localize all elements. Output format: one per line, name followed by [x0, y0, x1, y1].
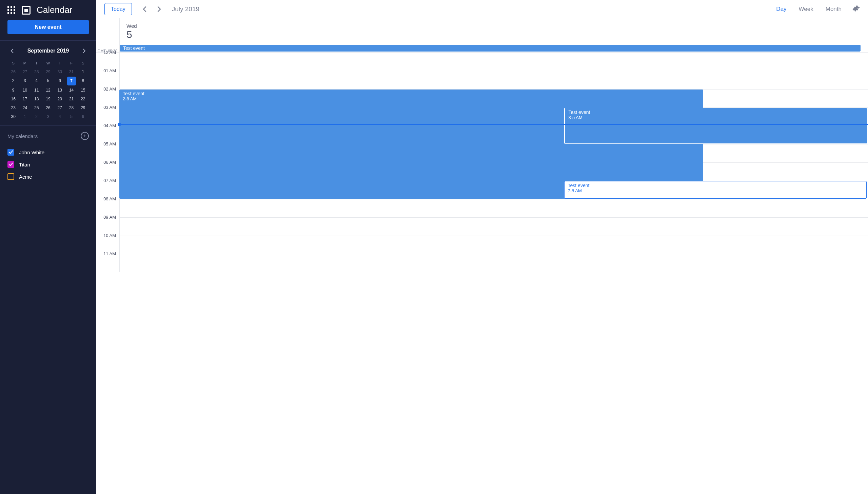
hour-label: 07 AM [96, 178, 119, 196]
mini-day[interactable]: 28 [31, 68, 42, 76]
mini-day[interactable]: 21 [65, 95, 77, 103]
mini-day[interactable]: 11 [31, 86, 42, 94]
mini-day[interactable]: 23 [7, 104, 19, 112]
view-tab-week[interactable]: Week [797, 2, 815, 17]
hour-label: 04 AM [96, 123, 119, 141]
hour-label: 01 AM [96, 68, 119, 87]
mini-day[interactable]: 25 [31, 104, 42, 112]
event[interactable]: Test event3-5 AM [564, 108, 867, 144]
day-view[interactable]: GMT+05:30 Wed 5 Test event 12 AM01 AM02 … [96, 18, 868, 494]
events-layer: Test event2-8 AMTest event3-5 AMTest eve… [119, 53, 868, 272]
mini-day[interactable]: 17 [19, 95, 31, 103]
mini-day[interactable]: 24 [19, 104, 31, 112]
mini-day[interactable]: 6 [54, 77, 65, 86]
mini-day[interactable]: 18 [31, 95, 42, 103]
mini-day[interactable]: 4 [54, 113, 65, 121]
mini-day[interactable]: 31 [65, 68, 77, 76]
mini-prev-month[interactable] [7, 46, 17, 56]
main: Today July 2019 DayWeekMonth GMT+05:30 W… [96, 0, 868, 494]
new-event-button[interactable]: New event [7, 20, 89, 34]
mini-next-month[interactable] [79, 46, 89, 56]
add-calendar-button[interactable]: + [81, 132, 89, 140]
calendar-checkbox[interactable] [7, 149, 14, 156]
view-tab-month[interactable]: Month [824, 2, 843, 17]
view-tab-day[interactable]: Day [775, 2, 788, 17]
mini-dow: F [65, 59, 77, 67]
mini-day[interactable]: 16 [7, 95, 19, 103]
calendar-label: John White [19, 150, 44, 155]
day-header: GMT+05:30 Wed 5 [96, 18, 868, 44]
mini-day[interactable]: 3 [19, 77, 31, 86]
mini-day[interactable]: 7 [67, 77, 76, 86]
mini-day[interactable]: 19 [42, 95, 54, 103]
mini-day[interactable]: 14 [65, 86, 77, 94]
hour-label: 03 AM [96, 105, 119, 123]
mini-day[interactable]: 30 [54, 68, 65, 76]
next-period-button[interactable] [155, 5, 164, 14]
my-calendars-section: My calendars + John WhiteTitanAcme [0, 126, 96, 189]
calendar-label: Acme [19, 174, 32, 180]
timezone-label: GMT+05:30 [96, 49, 119, 53]
calendar-item[interactable]: Acme [7, 171, 89, 183]
app-title: Calendar [37, 5, 73, 15]
mini-day[interactable]: 26 [42, 104, 54, 112]
mini-day[interactable]: 4 [31, 77, 42, 86]
mini-day[interactable]: 15 [77, 86, 89, 94]
time-grid[interactable]: 12 AM01 AM02 AM03 AM04 AM05 AM06 AM07 AM… [96, 53, 868, 272]
mini-dow: T [31, 59, 42, 67]
mini-dow: S [77, 59, 89, 67]
mini-day[interactable]: 5 [65, 113, 77, 121]
apps-icon[interactable] [7, 6, 16, 14]
allday-event[interactable]: Test event [120, 45, 861, 52]
event[interactable]: Test event7-8 AM [564, 181, 867, 199]
mini-day[interactable]: 29 [42, 68, 54, 76]
mini-day[interactable]: 22 [77, 95, 89, 103]
mini-dow: T [54, 59, 65, 67]
mini-day[interactable]: 26 [7, 68, 19, 76]
mini-day[interactable]: 28 [65, 104, 77, 112]
mini-day[interactable]: 29 [77, 104, 89, 112]
mini-day[interactable]: 8 [77, 77, 89, 86]
mini-dow: M [19, 59, 31, 67]
sidebar: Calendar New event September 2019 SMTWTF… [0, 0, 96, 494]
mini-cal-title: September 2019 [27, 48, 69, 54]
mini-day[interactable]: 6 [77, 113, 89, 121]
calendar-item[interactable]: Titan [7, 158, 89, 171]
calendar-checkbox[interactable] [7, 173, 14, 180]
mini-day[interactable]: 9 [7, 86, 19, 94]
mini-day[interactable]: 27 [19, 68, 31, 76]
my-calendars-title: My calendars [7, 133, 38, 139]
calendar-item[interactable]: John White [7, 146, 89, 158]
allday-cell[interactable]: Test event [119, 44, 868, 52]
hour-label: 11 AM [96, 251, 119, 269]
allday-row: Test event [96, 44, 868, 53]
event-time: 3-5 AM [568, 115, 864, 120]
mini-day[interactable]: 30 [7, 113, 19, 121]
date-number: 5 [127, 29, 861, 40]
mini-cal-grid: SMTWTFS262728293031123456789101112131415… [7, 59, 89, 121]
mini-day[interactable]: 2 [31, 113, 42, 121]
today-button[interactable]: Today [104, 3, 132, 15]
hour-label: 10 AM [96, 233, 119, 251]
mini-day[interactable]: 2 [7, 77, 19, 86]
mini-day[interactable]: 13 [54, 86, 65, 94]
hour-label: 02 AM [96, 87, 119, 105]
calendar-label: Titan [19, 162, 30, 168]
settings-button[interactable] [852, 5, 860, 14]
calendar-checkbox[interactable] [7, 161, 14, 168]
event-title: Test event [123, 91, 700, 96]
event-title: Test event [568, 183, 863, 188]
prev-period-button[interactable] [140, 5, 149, 14]
topbar: Today July 2019 DayWeekMonth [96, 0, 868, 18]
mini-day[interactable]: 20 [54, 95, 65, 103]
mini-day[interactable]: 1 [19, 113, 31, 121]
calendar-icon [22, 6, 31, 15]
mini-day[interactable]: 10 [19, 86, 31, 94]
mini-day[interactable]: 1 [77, 68, 89, 76]
view-tabs: DayWeekMonth [775, 2, 843, 17]
mini-day[interactable]: 3 [42, 113, 54, 121]
mini-day[interactable]: 12 [42, 86, 54, 94]
mini-day[interactable]: 5 [42, 77, 54, 86]
mini-dow: W [42, 59, 54, 67]
mini-day[interactable]: 27 [54, 104, 65, 112]
